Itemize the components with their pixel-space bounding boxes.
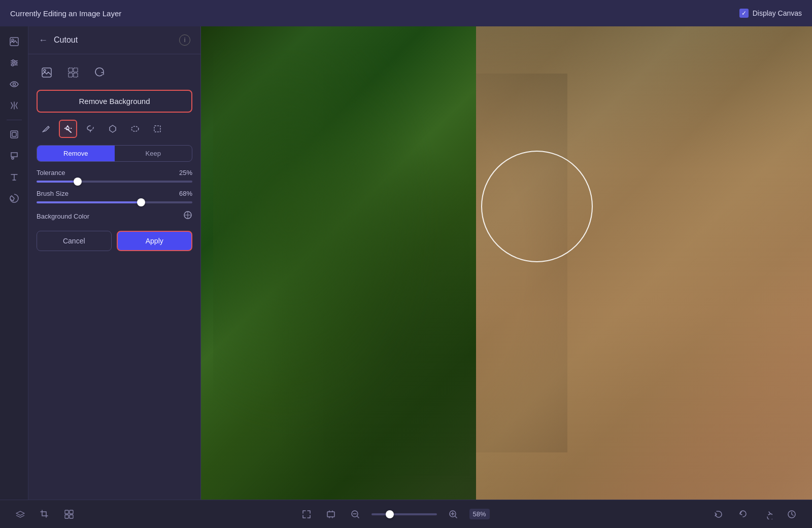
cutout-panel: ← Cutout i <box>28 26 201 500</box>
topbar-right: ✓ Display Canvas <box>739 9 802 18</box>
info-button[interactable]: i <box>179 34 190 46</box>
main-content: ← Cutout i <box>0 26 812 500</box>
zoom-value: 58% <box>469 509 490 519</box>
tolerance-value: 25% <box>179 169 192 177</box>
svg-rect-16 <box>74 73 78 77</box>
svg-rect-25 <box>70 510 73 514</box>
history-back-alt-icon[interactable] <box>710 506 727 522</box>
refresh-icon[interactable] <box>89 62 110 83</box>
svg-rect-28 <box>327 512 334 517</box>
sidebar-icon-effects[interactable] <box>5 96 23 115</box>
cancel-button[interactable]: Cancel <box>37 231 112 251</box>
cutout-main-icon[interactable] <box>37 62 57 83</box>
svg-point-5 <box>12 60 14 62</box>
polygon-tool-button[interactable] <box>104 120 122 138</box>
zoom-in-icon[interactable] <box>445 506 461 522</box>
sidebar-icon-layers[interactable] <box>5 125 23 144</box>
brush-size-value: 68% <box>179 190 192 197</box>
left-sidebar <box>0 26 28 500</box>
brush-size-section: Brush Size 68% <box>37 190 192 203</box>
svg-rect-15 <box>69 73 73 77</box>
color-picker-icon[interactable] <box>183 210 192 222</box>
svg-point-12 <box>44 69 46 72</box>
remove-background-button[interactable]: Remove Background <box>37 90 192 113</box>
panel-header-left: ← Cutout <box>39 35 78 46</box>
rect-select-button[interactable] <box>148 120 166 138</box>
svg-point-8 <box>13 83 15 86</box>
bottom-tools-left <box>12 506 77 522</box>
svg-point-7 <box>12 64 14 66</box>
brush-size-label: Brush Size <box>37 190 69 197</box>
sidebar-divider-1 <box>7 120 22 120</box>
expand-icon[interactable] <box>298 506 315 522</box>
sidebar-icon-text[interactable] <box>5 168 23 186</box>
redo-icon[interactable] <box>759 506 775 522</box>
sidebar-icon-paint[interactable] <box>5 147 23 165</box>
magic-wand-tool-button[interactable] <box>59 120 77 138</box>
plant-detail <box>213 50 470 476</box>
grid-icon[interactable] <box>61 506 77 522</box>
svg-rect-24 <box>65 510 69 514</box>
svg-rect-10 <box>12 132 16 136</box>
top-icon-row <box>37 62 192 83</box>
zoom-control <box>371 513 437 515</box>
panel-body: Remove Background <box>28 54 200 259</box>
brush-size-slider[interactable] <box>37 201 192 203</box>
svg-rect-9 <box>11 131 18 138</box>
bottom-toolbar: 58% <box>0 500 812 528</box>
history-icon[interactable] <box>784 506 800 522</box>
undo-icon[interactable] <box>735 506 751 522</box>
sidebar-icon-eye[interactable] <box>5 75 23 93</box>
crop-icon[interactable] <box>37 506 53 522</box>
background-color-row: Background Color <box>37 210 192 222</box>
sidebar-icon-image[interactable] <box>5 32 23 51</box>
tolerance-section: Tolerance 25% <box>37 169 192 183</box>
panel-title: Cutout <box>54 36 78 45</box>
lasso-tool-button[interactable] <box>81 120 99 138</box>
svg-rect-27 <box>70 515 73 518</box>
bg-color-label: Background Color <box>37 213 89 220</box>
svg-rect-20 <box>154 126 160 132</box>
svg-point-6 <box>15 62 17 64</box>
panel-header: ← Cutout i <box>28 26 200 54</box>
layers-icon[interactable] <box>12 506 28 522</box>
sidebar-icon-sticker[interactable] <box>5 189 23 207</box>
svg-rect-26 <box>65 515 69 518</box>
brush-size-label-row: Brush Size 68% <box>37 190 192 197</box>
zoom-out-icon[interactable] <box>347 506 363 522</box>
zoom-slider[interactable] <box>371 513 437 515</box>
topbar: Currently Editing an Image Layer ✓ Displ… <box>0 0 812 26</box>
tolerance-label-row: Tolerance 25% <box>37 169 192 177</box>
keep-toggle-button[interactable]: Keep <box>115 146 192 161</box>
ellipse-select-button[interactable] <box>126 120 144 138</box>
display-canvas-checkbox[interactable]: ✓ <box>739 9 749 18</box>
bottom-tools-right <box>710 506 800 522</box>
display-canvas-label: Display Canvas <box>753 9 802 17</box>
remove-toggle-button[interactable]: Remove <box>37 146 115 161</box>
tolerance-label: Tolerance <box>37 169 65 177</box>
remove-keep-toggle: Remove Keep <box>37 145 192 162</box>
cutout-select-icon[interactable] <box>63 62 83 83</box>
svg-rect-11 <box>42 68 51 77</box>
sidebar-icon-adjustments[interactable] <box>5 54 23 72</box>
topbar-title: Currently Editing an Image Layer <box>10 9 121 18</box>
apply-button[interactable]: Apply <box>117 231 193 251</box>
action-row: Cancel Apply <box>37 231 192 251</box>
fit-screen-icon[interactable] <box>323 506 339 522</box>
tool-row <box>37 120 192 138</box>
back-button[interactable]: ← <box>39 35 48 46</box>
bottom-tools-center: 58% <box>298 506 490 522</box>
svg-rect-13 <box>69 68 73 72</box>
pen-tool-button[interactable] <box>37 120 55 138</box>
canvas-area[interactable] <box>201 26 812 500</box>
tolerance-slider[interactable] <box>37 181 192 183</box>
svg-rect-14 <box>74 68 78 72</box>
svg-point-19 <box>131 126 139 131</box>
